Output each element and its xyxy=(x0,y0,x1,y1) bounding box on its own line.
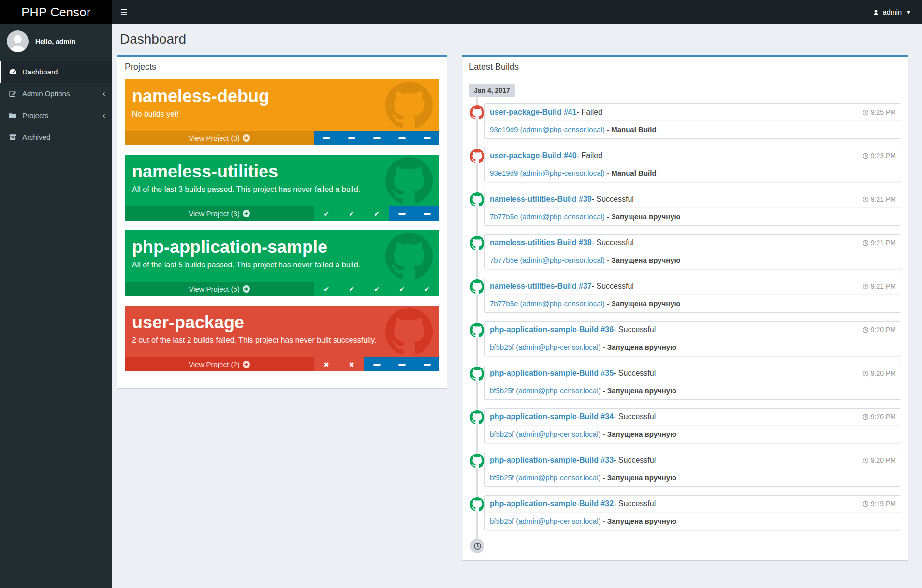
build-status-text: - Successful xyxy=(614,500,656,508)
build-status-ok[interactable]: ✔ xyxy=(414,282,439,296)
build-commit-link[interactable]: 93e19d9 (admin@php-censor.local) xyxy=(490,125,605,133)
build-time: 9:21 PM xyxy=(863,195,896,203)
timeline-date-badge: Jan 4, 2017 xyxy=(469,84,515,97)
brand-logo[interactable]: PHP Censor xyxy=(0,0,112,24)
github-icon xyxy=(470,497,484,512)
build-number-link[interactable]: Build #36 xyxy=(579,325,614,334)
build-number-link[interactable]: Build #32 xyxy=(579,500,614,508)
sidebar-item-archived[interactable]: Archived xyxy=(0,126,112,148)
user-panel: Hello, admin xyxy=(0,24,112,59)
build-status-ok[interactable]: ✔ xyxy=(339,206,364,220)
sidebar: Hello, admin Dashboard Admin Options ‹ P… xyxy=(0,24,112,588)
github-icon xyxy=(470,105,484,120)
clock-icon xyxy=(863,501,869,507)
project-card-footer: View Project (2) ✖✖ xyxy=(125,357,439,371)
build-project-link[interactable]: user-package xyxy=(490,151,540,160)
view-project-link[interactable]: View Project (2) xyxy=(125,357,314,371)
github-icon xyxy=(470,236,484,250)
build-project-link[interactable]: php-application-sample xyxy=(490,500,577,508)
build-time: 9:21 PM xyxy=(863,282,896,290)
github-icon xyxy=(385,157,433,205)
build-status-pending[interactable] xyxy=(364,131,389,145)
view-project-label: View Project (5) xyxy=(189,285,240,293)
build-status-text: - Failed xyxy=(577,108,602,117)
build-status-fail[interactable]: ✖ xyxy=(339,357,364,371)
build-commit-link[interactable]: bf5b25f (admin@php-censor.local) xyxy=(490,343,601,351)
build-time: 9:20 PM xyxy=(863,369,896,377)
latest-builds-title: Latest Builds xyxy=(462,57,908,77)
sidebar-toggle-button[interactable]: ☰ xyxy=(112,0,135,24)
view-project-link[interactable]: View Project (0) xyxy=(125,131,314,145)
build-status-text: - Failed xyxy=(577,151,602,160)
build-status-pending[interactable] xyxy=(414,357,439,371)
view-project-link[interactable]: View Project (5) xyxy=(125,282,314,296)
build-timeline-item: php-application-sample - Build #35 - Suc… xyxy=(484,365,901,400)
build-status-pending[interactable] xyxy=(339,131,364,145)
arrow-circle-right-icon xyxy=(243,134,250,142)
build-project-link[interactable]: php-application-sample xyxy=(490,412,577,421)
build-status-pending[interactable] xyxy=(314,131,339,145)
clock-icon xyxy=(863,109,869,116)
sidebar-item-dashboard[interactable]: Dashboard xyxy=(0,61,112,83)
user-menu[interactable]: admin ▼ xyxy=(862,0,922,24)
github-icon xyxy=(385,233,433,280)
build-status-pending[interactable] xyxy=(389,206,414,220)
clock-icon xyxy=(863,414,869,420)
build-note: - Запущена вручную xyxy=(601,517,677,525)
build-status-ok[interactable]: ✔ xyxy=(339,282,364,296)
build-status-ok[interactable]: ✔ xyxy=(389,282,414,296)
build-commit-link[interactable]: 93e19d9 (admin@php-censor.local) xyxy=(490,169,605,177)
build-commit-link[interactable]: bf5b25f (admin@php-censor.local) xyxy=(490,473,601,482)
build-number-link[interactable]: Build #35 xyxy=(579,369,614,378)
build-status-pending[interactable] xyxy=(389,357,414,371)
build-commit-link[interactable]: 7b77b5e (admin@php-censor.local) xyxy=(490,212,605,220)
view-project-link[interactable]: View Project (3) xyxy=(125,206,314,220)
build-timeline-item: php-application-sample - Build #33 - Suc… xyxy=(484,452,901,487)
build-commit-link[interactable]: 7b77b5e (admin@php-censor.local) xyxy=(490,299,605,308)
build-status-ok[interactable]: ✔ xyxy=(314,206,339,220)
build-status-pending[interactable] xyxy=(364,357,389,371)
build-project-link[interactable]: nameless-utilities xyxy=(490,238,555,247)
build-status-text: - Successful xyxy=(614,369,656,378)
build-status-text: - Successful xyxy=(592,282,634,291)
build-status-fail[interactable]: ✖ xyxy=(314,357,339,371)
view-project-label: View Project (0) xyxy=(189,134,240,142)
build-commit-link[interactable]: 7b77b5e (admin@php-censor.local) xyxy=(490,256,605,264)
build-status-ok[interactable]: ✔ xyxy=(364,282,389,296)
build-number-link[interactable]: Build #41 xyxy=(542,108,577,117)
build-status-ok[interactable]: ✔ xyxy=(364,206,389,220)
build-number-link[interactable]: Build #37 xyxy=(557,282,592,291)
sidebar-item-admin-options[interactable]: Admin Options ‹ xyxy=(0,83,112,104)
project-card: user-package 2 out of the last 2 builds … xyxy=(125,306,439,371)
brand-title: PHP Censor xyxy=(21,5,91,19)
build-number-link[interactable]: Build #40 xyxy=(542,151,577,160)
build-project-link[interactable]: user-package xyxy=(490,108,540,117)
build-number-link[interactable]: Build #34 xyxy=(579,412,614,421)
avatar xyxy=(7,30,29,52)
build-number-link[interactable]: Build #33 xyxy=(579,456,614,465)
build-status-pending[interactable] xyxy=(414,206,439,220)
projects-panel-title: Projects xyxy=(117,57,447,77)
chevron-left-icon: ‹ xyxy=(102,111,105,119)
clock-icon xyxy=(863,457,869,464)
sidebar-item-projects[interactable]: Projects ‹ xyxy=(0,104,112,126)
user-label: admin xyxy=(883,8,902,16)
github-icon xyxy=(470,149,484,163)
build-status-ok[interactable]: ✔ xyxy=(314,282,339,296)
build-number-link[interactable]: Build #39 xyxy=(557,195,592,204)
build-commit-link[interactable]: bf5b25f (admin@php-censor.local) xyxy=(490,430,601,438)
build-project-link[interactable]: php-application-sample xyxy=(490,369,577,378)
build-project-link[interactable]: nameless-utilities xyxy=(490,195,555,204)
latest-builds-panel: Latest Builds Jan 4, 2017 user-package -… xyxy=(462,55,908,560)
build-commit-link[interactable]: bf5b25f (admin@php-censor.local) xyxy=(490,386,601,395)
build-commit-link[interactable]: bf5b25f (admin@php-censor.local) xyxy=(490,517,601,525)
build-project-link[interactable]: php-application-sample xyxy=(490,325,577,334)
clock-icon xyxy=(863,327,869,333)
project-card: nameless-debug No builds yet! View Proje… xyxy=(125,79,439,145)
build-status-pending[interactable] xyxy=(414,131,439,145)
build-status-pending[interactable] xyxy=(389,131,414,145)
github-icon xyxy=(470,192,484,207)
build-number-link[interactable]: Build #38 xyxy=(557,238,592,247)
build-project-link[interactable]: php-application-sample xyxy=(490,456,577,465)
build-project-link[interactable]: nameless-utilities xyxy=(490,282,555,291)
